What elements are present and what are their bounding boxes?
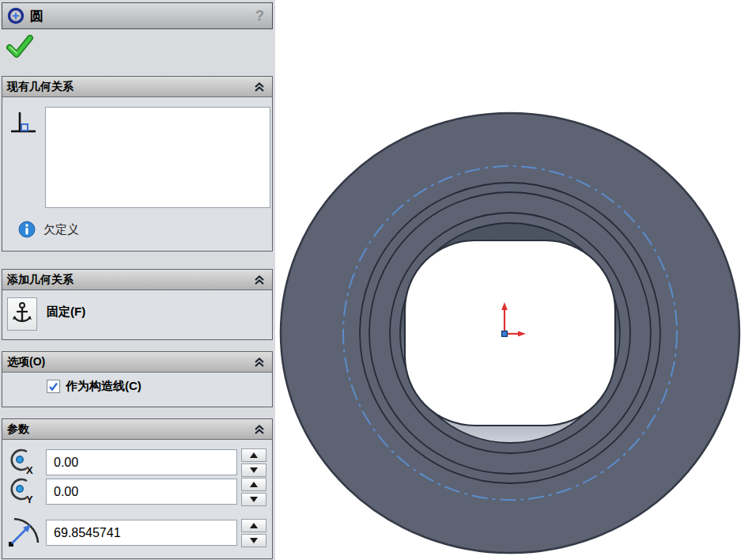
spin-up-button[interactable] [241,519,266,532]
property-manager-titlebar: 圆 ? [2,2,273,29]
construction-line-checkbox[interactable] [47,380,60,393]
info-icon [18,221,36,238]
construction-line-option[interactable]: 作为构造线(C) [47,379,142,394]
fix-relation-label: 固定(F) [47,305,85,320]
definition-status-row: 欠定义 [18,221,79,238]
spin-down-button[interactable] [241,464,266,477]
spin-up-button[interactable] [241,448,266,462]
group-parameters: 参数 X Y [2,418,273,559]
group-header-label: 选项(O) [7,355,253,369]
svg-text:Y: Y [26,494,33,505]
circle-sketch-icon [6,6,25,25]
radius-icon [6,516,41,549]
model-view [275,0,752,560]
page-title: 圆 [30,7,255,25]
collapse-chevron-icon[interactable] [253,357,266,368]
graphics-viewport[interactable] [275,0,752,560]
center-y-icon: Y [6,477,40,505]
property-manager-panel: 圆 ? 现有几何关系 [0,0,275,560]
construction-line-label[interactable]: 作为构造线(C) [66,379,142,394]
group-existing-relations-header: 现有几何关系 [2,77,272,97]
solidworks-window: 圆 ? 现有几何关系 [0,0,752,560]
group-parameters-header: 参数 [2,419,272,440]
checkmark-icon [48,382,59,392]
ok-button[interactable] [6,35,33,59]
relations-listbox[interactable] [45,107,270,208]
radius-spinner [241,519,266,547]
spin-down-button[interactable] [241,493,266,506]
center-x-icon: X [6,448,40,476]
group-options: 选项(O) 作为构造线(C) [2,351,273,407]
radius-input[interactable] [46,520,237,546]
group-options-header: 选项(O) [2,352,272,373]
center-x-spinner [241,448,266,477]
group-existing-relations: 现有几何关系 欠定义 [2,76,273,252]
group-header-label: 添加几何关系 [7,273,253,287]
fix-relation-button[interactable] [7,297,37,331]
group-add-relations-header: 添加几何关系 [2,270,272,290]
group-header-label: 现有几何关系 [7,80,253,94]
center-x-input[interactable] [46,449,237,475]
definition-status: 欠定义 [43,222,79,237]
spin-down-button[interactable] [241,534,266,547]
svg-text:X: X [26,464,33,476]
help-button[interactable]: ? [255,8,264,25]
spin-up-button[interactable] [241,478,266,491]
group-add-relations: 添加几何关系 固定(F) [2,269,273,340]
collapse-chevron-icon[interactable] [253,81,266,93]
center-y-input[interactable] [46,479,237,505]
center-y-spinner [241,478,266,506]
perpendicular-icon [9,110,39,135]
group-header-label: 参数 [7,422,253,437]
anchor-icon [10,301,34,327]
collapse-chevron-icon[interactable] [253,424,266,435]
collapse-chevron-icon[interactable] [253,274,266,286]
